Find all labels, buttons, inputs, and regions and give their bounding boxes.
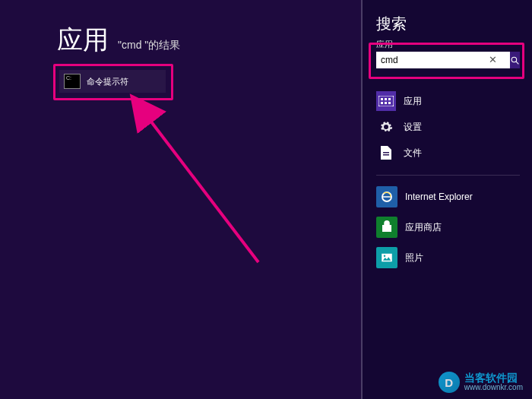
ie-icon: [376, 186, 397, 207]
search-charm: 搜索 应用 ✕ 应用 设置 文件: [361, 0, 532, 399]
app-label: 应用商店: [405, 221, 442, 234]
file-icon: [376, 143, 396, 163]
gear-icon: [376, 117, 396, 137]
svg-point-1: [511, 57, 517, 62]
app-store[interactable]: 应用商店: [376, 212, 532, 242]
result-tile-cmd[interactable]: 命令提示符: [59, 70, 166, 93]
search-row: ✕: [376, 52, 519, 68]
photos-icon: [376, 247, 397, 268]
category-label: 应用: [404, 95, 422, 108]
app-label: 照片: [405, 252, 423, 264]
page-subtitle: "cmd "的结果: [118, 39, 180, 52]
watermark-brand: 当客软件园: [464, 372, 523, 383]
watermark-logo: D: [439, 372, 460, 393]
svg-rect-3: [378, 96, 394, 106]
store-icon: [376, 217, 397, 238]
app-suggestions: Internet Explorer 应用商店 照片: [376, 182, 532, 273]
clear-icon[interactable]: ✕: [489, 54, 497, 65]
svg-rect-7: [381, 102, 383, 104]
svg-rect-6: [388, 98, 391, 100]
category-list: 应用 设置 文件: [376, 88, 532, 166]
search-icon: [510, 55, 520, 65]
search-scope-label: 应用: [376, 39, 532, 50]
category-label: 文件: [404, 147, 422, 160]
app-photos[interactable]: 照片: [376, 242, 532, 273]
search-button[interactable]: [510, 52, 520, 68]
watermark-text: 当客软件园 www.downkr.com: [464, 372, 523, 392]
category-label: 设置: [404, 121, 422, 134]
svg-rect-8: [385, 102, 387, 104]
svg-point-12: [384, 255, 385, 257]
apps-icon: [376, 91, 396, 111]
search-title: 搜索: [376, 14, 532, 34]
svg-rect-4: [381, 98, 383, 100]
svg-rect-5: [385, 98, 387, 100]
svg-rect-9: [388, 102, 391, 104]
category-settings[interactable]: 设置: [376, 114, 532, 140]
app-ie[interactable]: Internet Explorer: [376, 182, 532, 212]
divider: [376, 175, 520, 176]
results-header: 应用 "cmd "的结果: [57, 23, 180, 58]
category-apps[interactable]: 应用: [376, 88, 532, 114]
result-label: 命令提示符: [87, 76, 128, 87]
results-panel: 应用 "cmd "的结果 命令提示符: [0, 0, 357, 399]
app-label: Internet Explorer: [405, 192, 473, 202]
svg-line-2: [516, 62, 518, 64]
watermark: D 当客软件园 www.downkr.com: [439, 372, 523, 393]
page-title: 应用: [57, 23, 109, 58]
category-files[interactable]: 文件: [376, 140, 532, 166]
cmd-icon: [64, 74, 81, 89]
watermark-url: www.downkr.com: [464, 383, 523, 392]
